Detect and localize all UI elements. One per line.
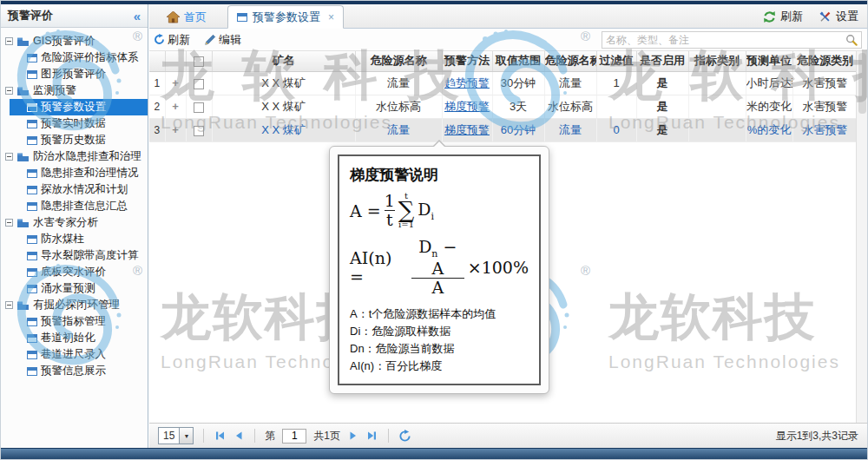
vertical-scrollbar[interactable] (856, 51, 867, 423)
search-box[interactable] (602, 31, 862, 49)
folder-icon (16, 300, 30, 311)
tab-active-label: 预警参数设置 (253, 10, 320, 25)
grid-edit-button[interactable]: 编辑 (204, 32, 241, 48)
refresh-button[interactable]: 刷新 (763, 9, 803, 24)
tab-home[interactable]: 首页 (158, 7, 215, 28)
next-page-button[interactable] (347, 430, 359, 442)
tree-item-warning-index-mgmt[interactable]: 预警指标管理 (1, 313, 148, 330)
tab-strip: 首页 预警参数设置 × 刷新 (149, 4, 867, 29)
cell-mine: X X 煤矿 (212, 95, 355, 118)
first-page-button[interactable] (214, 430, 226, 442)
cell-type: 水害预警 (792, 95, 858, 118)
tree-item-hazard-summary[interactable]: 隐患排查信息汇总 (1, 198, 148, 214)
header-mine[interactable]: 矿名 (212, 51, 355, 71)
tree-item-hazard-index-system[interactable]: 危险源评价指标体系 (1, 49, 148, 66)
cell-unit: 小时后达到 (746, 71, 792, 95)
header-range[interactable]: 取值范围 (492, 51, 544, 71)
header-type[interactable]: 危险源类别 (792, 51, 858, 71)
search-icon[interactable] (845, 34, 858, 46)
tree-folder-label: 水害专家分析 (33, 215, 98, 230)
cell-mine: X X 煤矿 (212, 71, 355, 95)
last-page-button[interactable] (366, 430, 378, 442)
tree-item-waterproof-pillar[interactable]: 防水煤柱 (1, 231, 148, 247)
table-row[interactable]: 2 + X X 煤矿 水位标高 梯度预警 3天 水位标高 是 米的变化 水害预警 (149, 95, 858, 118)
row-checkbox[interactable] (194, 79, 204, 89)
sidebar-title: 预警评价 (8, 8, 53, 23)
collapse-node-icon[interactable] (5, 37, 13, 45)
tree-folder-expert-analysis[interactable]: 水害专家分析 (1, 214, 148, 231)
grid-refresh-button[interactable]: 刷新 (154, 32, 190, 48)
header-hazard-name[interactable]: 危险源名称 (355, 51, 442, 71)
header-unit[interactable]: 预测单位 (746, 51, 792, 71)
window-icon (27, 268, 37, 277)
formula-average: A = 1t t∑i=1 Di (350, 192, 529, 229)
tree-item-history-data[interactable]: 预警历史数据 (1, 132, 148, 148)
tree-item-water-detect-plan[interactable]: 探放水情况和计划 (1, 181, 148, 198)
search-input[interactable] (606, 34, 845, 46)
page-size-select[interactable]: 15 ▼ (158, 427, 194, 444)
sidebar-collapse-icon[interactable]: « (134, 9, 141, 23)
scrollbar-thumb[interactable] (858, 53, 866, 114)
tree-folder-label: 监测预警 (33, 83, 76, 98)
refresh-blue-icon (154, 34, 165, 45)
window-icon (27, 334, 37, 343)
collapse-node-icon[interactable] (5, 87, 13, 95)
tree-folder-closed-loop[interactable]: 有掘必探闭环管理 (1, 297, 148, 313)
cell-category (688, 95, 746, 118)
collapse-node-icon[interactable] (5, 301, 13, 309)
tree-folder-monitor[interactable]: 监测预警 (1, 82, 148, 99)
tree-item-graphic-warning[interactable]: 图形预警评价 (1, 66, 148, 82)
tree-item-warning-param-settings[interactable]: 预警参数设置 (10, 99, 148, 115)
header-filter[interactable]: 过滤值 (596, 51, 636, 71)
expand-row-icon[interactable]: + (172, 100, 179, 113)
row-checkbox[interactable] (194, 102, 204, 113)
header-hazard-name2[interactable]: 危险源名称 (544, 51, 596, 71)
gradient-warning-tooltip: 梯度预警说明 A = 1t t∑i=1 Di AI(n) = Dn − A A … (329, 146, 549, 394)
tree-folder-gis[interactable]: GIS预警评价 (1, 33, 148, 49)
settings-button[interactable]: 设置 (819, 9, 858, 24)
tree-item-realtime-data[interactable]: 预警实时数据 (1, 115, 148, 132)
header-method[interactable]: 预警方法 (442, 51, 492, 71)
tree-item-inflow-forecast[interactable]: 涌水量预测 (1, 280, 148, 297)
expand-row-icon[interactable]: + (172, 123, 179, 136)
window-icon (27, 103, 37, 112)
table-row[interactable]: 1 + X X 煤矿 流量 趋势预警 30分钟 流量 1 是 小时后达到 水害预… (149, 71, 858, 95)
method-link[interactable]: 趋势预警 (444, 76, 490, 89)
header-enabled[interactable]: 是否启用 (636, 51, 688, 71)
table-row-selected[interactable]: 3 + X X 煤矿 流量 梯度预警 60分钟 流量 0 是 %的变化 水害预警 (149, 118, 858, 141)
tree-item-warning-info-display[interactable]: 预警信息展示 (1, 363, 148, 379)
tree-item-fracture-height[interactable]: 导水裂隙带高度计算 (1, 247, 148, 264)
header-expand (165, 51, 186, 71)
tab-warning-param-settings[interactable]: 预警参数设置 × (227, 5, 344, 29)
pencil-icon (204, 34, 216, 46)
refresh-green-icon (763, 10, 776, 23)
record-count-info: 显示1到3,共3记录 (776, 429, 858, 444)
method-link[interactable]: 梯度预警 (444, 100, 490, 113)
nav-tree: GIS预警评价 危险源评价指标体系 图形预警评价 监测预警 预警参数设置 预警实… (1, 28, 148, 379)
status-bar (1, 448, 867, 459)
tree-folder-label: GIS预警评价 (33, 34, 95, 49)
tree-folder-water-hazard[interactable]: 防治水隐患排查和治理 (1, 148, 148, 165)
row-checkbox[interactable] (194, 126, 204, 136)
expand-row-icon[interactable]: + (172, 76, 179, 89)
collapse-node-icon[interactable] (5, 219, 13, 227)
tooltip-title: 梯度预警说明 (350, 165, 529, 185)
collapse-node-icon[interactable] (5, 153, 13, 161)
page-number-input[interactable] (282, 429, 306, 444)
tree-item-floor-inrush[interactable]: 底板突水评价 (1, 264, 148, 280)
method-link[interactable]: 梯度预警 (444, 123, 490, 136)
select-all-checkbox[interactable] (194, 56, 204, 67)
cell-unit: 米的变化 (746, 95, 792, 118)
window-icon (27, 120, 37, 128)
cell-type: 水害预警 (792, 118, 858, 141)
header-category[interactable]: 指标类别 (688, 51, 746, 71)
close-icon[interactable]: × (328, 11, 334, 23)
tooltip-body: 梯度预警说明 A = 1t t∑i=1 Di AI(n) = Dn − A A … (338, 154, 541, 385)
tree-item-roadway-init[interactable]: 巷道初始化 (1, 330, 148, 346)
reload-grid-button[interactable] (398, 430, 411, 443)
prev-page-button[interactable] (233, 430, 245, 442)
tree-item-hazard-check[interactable]: 隐患排查和治理情况 (1, 165, 148, 181)
page-label: 第 (265, 429, 275, 444)
tree-item-roadway-footage[interactable]: 巷道进尺录入 (1, 346, 148, 363)
window-icon (237, 13, 247, 22)
